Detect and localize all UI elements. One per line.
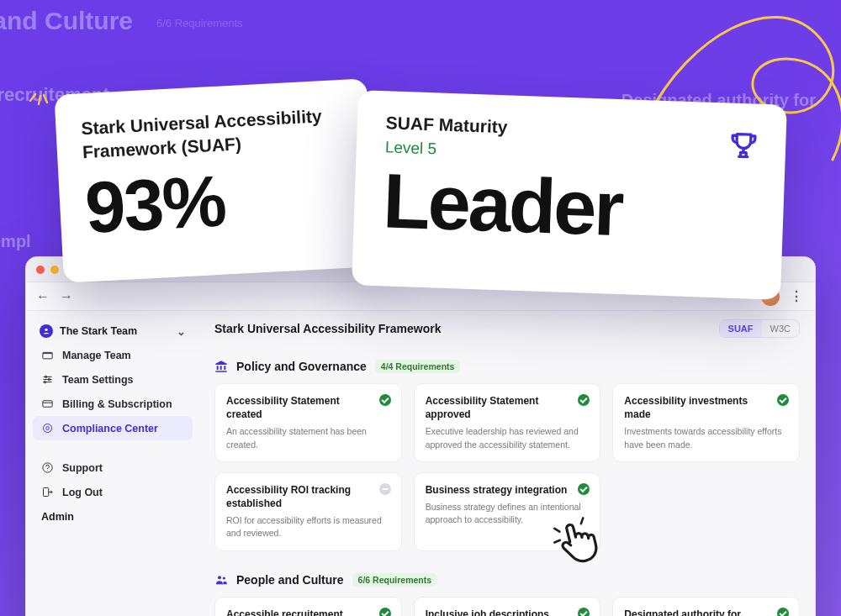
requirement-card[interactable]: Business strategy integration Business s… (414, 472, 601, 551)
page-title: Stark Universal Accessibility Framework (214, 322, 442, 335)
people-icon (214, 573, 228, 587)
status-neutral-icon (379, 483, 391, 495)
back-button[interactable]: ← (36, 289, 50, 304)
cards-grid: Accessibility Statement created An acces… (214, 383, 800, 551)
forward-button[interactable]: → (60, 289, 73, 304)
compliance-icon (41, 422, 54, 434)
card-desc: Executive leadership has reviewed and ap… (426, 425, 590, 450)
main-content: Stark Universal Accessibility Framework … (199, 311, 815, 616)
sidebar-admin-heading: Admin (33, 504, 193, 529)
sidebar-item-label: Compliance Center (62, 423, 158, 434)
svg-point-16 (47, 470, 48, 471)
requirement-card[interactable]: Accessible recruitement practices (214, 597, 402, 616)
requirement-card[interactable]: Inclusive job descriptions Job descripti… (414, 597, 601, 616)
status-ok-icon (379, 394, 391, 406)
sidebar-item-label: Team Settings (62, 374, 134, 386)
card-icon (41, 398, 54, 410)
card-title: Accessibility Statement approved (426, 394, 590, 421)
card-desc: Business strategy defines an intentional… (426, 501, 590, 526)
sidebar-item-logout[interactable]: Log Out (33, 480, 193, 504)
browser-menu-button[interactable]: ⋮ (790, 288, 805, 304)
bg-ghost-req: 6/6 Requirements (156, 17, 243, 29)
svg-point-3 (45, 329, 47, 331)
seg-suaf[interactable]: SUAF (720, 320, 762, 337)
card-title: Accessibility ROI tracking established (226, 483, 390, 510)
status-ok-icon (379, 608, 391, 616)
svg-point-14 (46, 427, 50, 430)
window-close-dot[interactable] (36, 266, 45, 274)
card-title: Designated authority for accessibility (624, 608, 788, 616)
status-ok-icon (777, 608, 789, 616)
trophy-icon (726, 129, 760, 163)
sidebar-item-compliance[interactable]: Compliance Center (33, 416, 193, 440)
section-policy-governance: Policy and Governance 4/4 Requirements A… (214, 360, 800, 551)
sidebar-item-billing[interactable]: Billing & Subscription (33, 392, 193, 416)
hero-value: 93% (83, 157, 351, 243)
svg-point-13 (44, 424, 52, 433)
sidebar-item-label: Manage Team (62, 350, 131, 361)
browser-window: ← → ⋮ The Stark Team ⌄ Manage Team Team … (25, 256, 816, 616)
sidebar-item-label: Log Out (62, 487, 103, 498)
card-desc: Investments towards accessibility effort… (624, 425, 788, 450)
card-desc: An accessibility statement has been crea… (226, 425, 390, 450)
hero-label: SUAF Maturity (385, 113, 507, 137)
card-title: Accessible recruitement practices (226, 608, 390, 616)
hero-card-suaf-score: Stark Universal Accessibility Framework … (54, 78, 376, 282)
svg-point-18 (218, 576, 221, 579)
status-ok-icon (777, 394, 789, 406)
team-name: The Stark Team (60, 325, 137, 337)
institution-icon (214, 360, 228, 373)
bg-ghost-bl: empl (0, 232, 31, 251)
logout-icon (41, 486, 54, 498)
support-icon (41, 461, 54, 474)
cards-grid: Accessible recruitement practices Inclus… (214, 597, 800, 616)
svg-point-19 (223, 577, 225, 579)
card-title: Accessibility investments made (624, 394, 788, 421)
requirements-pill: 6/6 Requirements (352, 573, 438, 587)
section-title: Policy and Governance (236, 360, 367, 373)
section-title: People and Culture (236, 573, 344, 587)
sidebar-item-team-settings[interactable]: Team Settings (33, 367, 193, 392)
app-frame: The Stark Team ⌄ Manage Team Team Settin… (26, 311, 815, 616)
sidebar-item-support[interactable]: Support (33, 455, 193, 480)
sidebar-item-manage-team[interactable]: Manage Team (33, 343, 193, 367)
card-title: Business strategy integration (426, 483, 590, 497)
card-desc: ROI for accessibility efforts is measure… (226, 514, 390, 540)
card-title: Inclusive job descriptions (426, 608, 590, 616)
sliders-icon (41, 373, 54, 386)
section-people-culture: People and Culture 6/6 Requirements Acce… (214, 573, 800, 616)
requirement-card[interactable]: Accessibility investments made Investmen… (612, 383, 800, 462)
svg-rect-11 (43, 401, 52, 408)
requirement-card[interactable]: Accessibility Statement created An acces… (214, 383, 402, 462)
seg-w3c[interactable]: W3C (762, 320, 799, 337)
requirement-card[interactable]: Designated authority for accessibility (612, 597, 800, 616)
requirement-card[interactable]: Accessibility ROI tracking established R… (214, 472, 402, 551)
svg-point-15 (43, 463, 52, 472)
svg-rect-17 (44, 488, 49, 497)
hero-label: Stark Universal Accessibility Framework … (81, 103, 347, 165)
folder-icon (41, 349, 54, 361)
requirements-pill: 4/4 Requirements (375, 360, 461, 373)
main-header: Stark Universal Accessibility Framework … (214, 319, 800, 338)
card-title: Accessibility Statement created (226, 394, 390, 421)
chevron-down-icon: ⌄ (177, 325, 186, 338)
sidebar-item-label: Support (62, 462, 103, 474)
requirement-card[interactable]: Accessibility Statement approved Executi… (414, 383, 601, 462)
window-minimize-dot[interactable] (50, 266, 59, 274)
hero-value: Leader (382, 161, 759, 252)
sidebar-item-label: Billing & Subscription (62, 398, 172, 410)
team-selector[interactable]: The Stark Team ⌄ (33, 319, 193, 343)
team-icon (40, 324, 53, 338)
hero-card-maturity: SUAF Maturity Level 5 Leader (352, 90, 787, 300)
bg-ghost-title: le and Culture (0, 7, 133, 35)
sidebar: The Stark Team ⌄ Manage Team Team Settin… (26, 311, 199, 616)
framework-segmented-control[interactable]: SUAF W3C (719, 319, 800, 338)
